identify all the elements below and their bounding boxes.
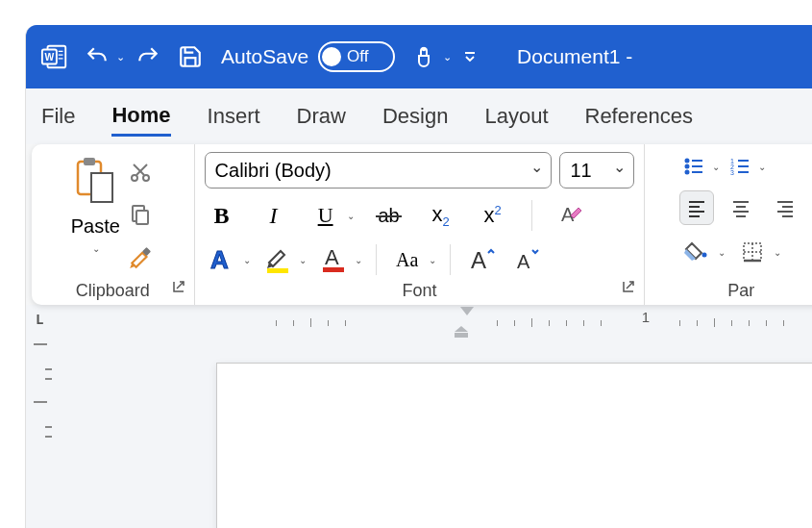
ribbon-tabs: File Home Insert Draw Design Layout Refe… [26, 88, 812, 144]
subscript-button[interactable]: x2 [424, 198, 458, 233]
numbering-button[interactable]: 123 [726, 152, 754, 181]
tab-draw[interactable]: Draw [297, 98, 346, 135]
svg-rect-20 [267, 268, 288, 273]
cut-button[interactable] [126, 158, 155, 187]
paragraph-group-label: Par [727, 281, 754, 301]
undo-button[interactable] [78, 38, 116, 76]
highlight-dropdown-icon[interactable]: ⌄ [299, 255, 307, 265]
svg-rect-56 [455, 333, 468, 338]
first-line-indent-marker[interactable] [460, 307, 474, 315]
svg-line-17 [177, 282, 184, 289]
align-left-button[interactable] [679, 190, 714, 225]
font-color-button[interactable]: A [316, 242, 351, 277]
font-color-dropdown-icon[interactable]: ⌄ [355, 255, 362, 265]
svg-point-12 [143, 175, 149, 181]
redo-button[interactable] [129, 38, 167, 76]
touch-dropdown-icon[interactable]: ⌄ [443, 51, 452, 63]
underline-dropdown-icon[interactable]: ⌄ [347, 211, 355, 221]
svg-rect-9 [84, 158, 95, 165]
bullets-button[interactable] [679, 152, 708, 181]
tab-home[interactable]: Home [111, 97, 170, 137]
document-title: Document1 - [517, 45, 632, 68]
borders-dropdown-icon[interactable]: ⌄ [774, 247, 781, 258]
word-app-icon: W [36, 38, 74, 76]
svg-marker-55 [455, 326, 468, 332]
copy-button[interactable] [126, 200, 155, 229]
svg-text:A: A [471, 247, 486, 273]
paste-button[interactable]: Paste ⌄ [71, 152, 120, 254]
touch-mode-button[interactable] [405, 38, 443, 76]
autosave-state: Off [347, 47, 368, 66]
superscript-button[interactable]: x2 [476, 198, 510, 233]
shading-button[interactable] [679, 235, 714, 269]
font-name-select[interactable]: Calibri (Body) [205, 152, 553, 189]
align-right-button[interactable] [768, 190, 802, 225]
text-effects-dropdown-icon[interactable]: ⌄ [243, 255, 251, 265]
autosave-label: AutoSave [221, 45, 308, 68]
svg-text:A: A [517, 251, 530, 272]
svg-point-50 [702, 253, 707, 258]
tab-design[interactable]: Design [382, 98, 448, 135]
svg-line-25 [627, 282, 633, 289]
customize-qat-button[interactable] [455, 38, 484, 76]
ruler-label-1: 1 [642, 309, 650, 325]
svg-text:W: W [45, 52, 55, 63]
title-bar: W ⌄ AutoSave Off ⌄ [26, 25, 812, 88]
borders-button[interactable] [735, 235, 770, 269]
save-button[interactable] [171, 38, 209, 76]
clear-formatting-button[interactable]: A [554, 198, 588, 233]
shading-dropdown-icon[interactable]: ⌄ [718, 247, 726, 258]
svg-point-28 [686, 165, 689, 168]
clipboard-group-label: Clipboard [76, 281, 150, 301]
svg-rect-15 [136, 211, 148, 224]
svg-text:A: A [210, 245, 229, 274]
svg-rect-22 [323, 267, 344, 272]
numbering-dropdown-icon[interactable]: ⌄ [758, 162, 766, 172]
horizontal-ruler[interactable]: L 1 2 [26, 305, 812, 334]
autosave-toggle[interactable]: Off [318, 41, 395, 72]
shrink-font-button[interactable]: A [508, 242, 543, 277]
grow-font-button[interactable]: A [464, 242, 499, 277]
tab-layout[interactable]: Layout [484, 98, 548, 135]
paste-label: Paste [71, 215, 120, 238]
strikethrough-button[interactable]: ab [372, 198, 406, 233]
text-effects-button[interactable]: A [205, 242, 239, 277]
change-case-dropdown-icon[interactable]: ⌄ [429, 255, 436, 265]
font-size-select[interactable]: 11 [559, 152, 634, 189]
vertical-ruler[interactable] [26, 334, 72, 528]
tab-insert[interactable]: Insert [208, 98, 260, 135]
toggle-knob-icon [322, 47, 341, 66]
bold-button[interactable]: B [205, 198, 239, 233]
document-page[interactable] [216, 363, 812, 528]
svg-point-26 [686, 160, 689, 163]
highlight-button[interactable] [260, 242, 295, 277]
font-group-label: Font [403, 281, 437, 301]
svg-point-6 [423, 48, 425, 50]
svg-rect-10 [91, 173, 112, 202]
svg-point-11 [132, 175, 137, 181]
bullets-dropdown-icon[interactable]: ⌄ [712, 162, 720, 172]
svg-text:3: 3 [730, 169, 734, 176]
tab-stop-icon[interactable]: L [36, 312, 43, 327]
hanging-indent-marker[interactable] [455, 324, 468, 334]
change-case-button[interactable]: Aa [390, 242, 425, 277]
ribbon: Paste ⌄ Clipboard [32, 144, 812, 305]
underline-button[interactable]: U [308, 198, 343, 233]
format-painter-button[interactable] [126, 242, 155, 271]
paste-dropdown-icon[interactable]: ⌄ [92, 243, 100, 254]
align-center-button[interactable] [724, 190, 758, 225]
italic-button[interactable]: I [257, 198, 291, 233]
tab-references[interactable]: References [585, 98, 694, 135]
tab-file[interactable]: File [41, 98, 75, 135]
clipboard-launcher-icon[interactable] [171, 279, 186, 299]
svg-text:A: A [325, 245, 339, 269]
font-launcher-icon[interactable] [621, 279, 636, 299]
svg-point-30 [686, 171, 689, 174]
undo-dropdown-icon[interactable]: ⌄ [116, 51, 125, 63]
